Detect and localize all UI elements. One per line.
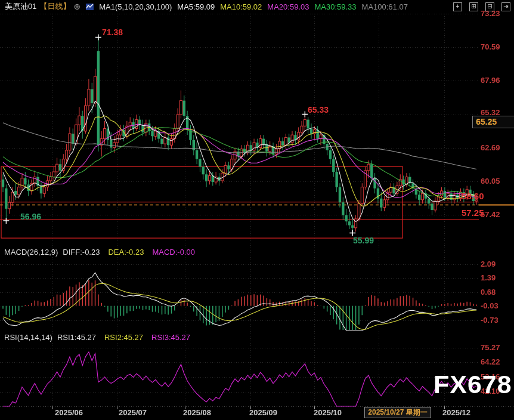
rsi-axis-label: 75.27 (481, 344, 500, 352)
ma-group-label: MA1(5,10,20,30,100) (99, 2, 172, 11)
date-axis-label: 2025/12 (442, 409, 470, 417)
rsi2-value: RSI2:45.27 (104, 333, 143, 342)
macd-legend-row: MACD(26,12,9) DIFF:-0.23 DEA:-0.23 MACD:… (4, 248, 195, 257)
price-axis-label: 67.96 (481, 76, 500, 85)
macd-dea-value: DEA:-0.23 (108, 248, 144, 257)
chart-canvas[interactable] (0, 0, 514, 420)
period-label: 【日线】 (39, 1, 70, 12)
macd-axis-label: -0.73 (481, 316, 498, 325)
macd-axis-label: 2.09 (481, 260, 496, 268)
date-axis-label: 2025/10 (314, 409, 342, 417)
rsi-title: RSI(14,14,14) (4, 333, 52, 342)
rsi1-value: RSI1:45.27 (57, 333, 96, 342)
chart-type-icon[interactable] (86, 3, 94, 11)
crosshair-move-icon[interactable]: + (453, 2, 462, 11)
macd-axis-label: -0.03 (481, 302, 498, 310)
drawn-level-label[interactable]: 58.60 (462, 192, 484, 200)
macd-value: MACD:-0.00 (152, 248, 195, 257)
macd-diff-value: DIFF:-0.23 (63, 248, 100, 257)
ma100-value: MA100:61.07 (362, 2, 408, 11)
low-price-annotation: 56.96 (20, 212, 41, 221)
date-axis-label: 2025/07 (119, 409, 147, 417)
fx678-watermark: FX678 (434, 380, 512, 388)
date-axis-label: 2025/08 (183, 409, 211, 417)
price-axis-label: 70.59 (481, 43, 500, 51)
rsi-axis-label: 64.22 (481, 358, 500, 366)
high-price-annotation: 71.38 (102, 28, 123, 36)
ma5-value: MA5:59.09 (177, 2, 215, 11)
ma10-value: MA10:59.02 (220, 2, 262, 11)
pane-layout-icon[interactable]: ⊞ (469, 2, 478, 11)
ma20-value: MA20:59.03 (267, 2, 309, 11)
exit-pane-icon[interactable]: ⇥ (501, 2, 510, 11)
date-axis-label: 2025/09 (249, 409, 277, 417)
high-price-annotation: 65.33 (308, 106, 329, 114)
rsi3-value: RSI3:45.27 (151, 333, 190, 342)
low-price-annotation: 55.99 (353, 236, 374, 245)
selected-date-badge: 2025/10/27 星期一 (364, 407, 431, 418)
ma30-value: MA30:59.33 (314, 2, 356, 11)
chart-window: 美原油01 【日线】 ⊕ MA1(5,10,20,30,100) MA5:59.… (0, 0, 514, 420)
price-axis-label: 60.05 (481, 177, 500, 186)
pane-cycle-icon[interactable]: ⊟ (485, 2, 494, 11)
macd-title: MACD(26,12,9) (4, 248, 58, 257)
macd-axis-label: 1.39 (481, 274, 496, 282)
indicator-settings-icon[interactable]: ⊕ (73, 2, 80, 11)
axis-hover-price-badge: 65.25 (472, 116, 514, 128)
drawn-level-label[interactable]: 57.25 (462, 209, 484, 217)
top-bar: 美原油01 【日线】 ⊕ MA1(5,10,20,30,100) MA5:59.… (0, 0, 514, 13)
rsi-legend-row: RSI(14,14,14) RSI1:45.27 RSI2:45.27 RSI3… (4, 333, 190, 342)
price-axis-label: 62.69 (481, 144, 500, 152)
macd-axis-label: 0.68 (481, 288, 496, 297)
symbol-title: 美原油01 (5, 1, 36, 12)
date-axis-label: 2025/06 (55, 409, 83, 417)
